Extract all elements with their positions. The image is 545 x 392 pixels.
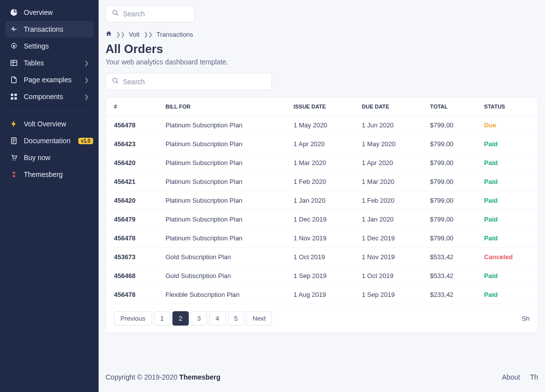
sidebar-item-label: Tables	[24, 59, 44, 67]
topbar	[99, 0, 545, 22]
table-header: DUE DATE	[354, 98, 422, 116]
svg-rect-6	[11, 97, 13, 100]
doc-icon	[10, 137, 18, 145]
page-subtitle: Your web analytics dashboard template.	[106, 58, 538, 66]
pagination-page-3[interactable]: 3	[191, 311, 207, 326]
cell-status: Paid	[476, 135, 538, 154]
footer-link-about[interactable]: About	[502, 373, 520, 381]
top-search-input[interactable]	[123, 10, 210, 18]
sidebar-item-components[interactable]: Components❯	[5, 88, 94, 105]
cell-due: 1 Dec 2019	[354, 229, 422, 248]
cell-total: $533,42	[422, 248, 476, 267]
table-row[interactable]: 456478Platinum Subscription Plan1 May 20…	[106, 116, 538, 135]
show-entries: Sh	[522, 315, 530, 322]
table-search-input[interactable]	[123, 78, 266, 86]
cell-bill: Platinum Subscription Plan	[158, 191, 285, 210]
table-row[interactable]: 456479Platinum Subscription Plan1 Dec 20…	[106, 210, 538, 229]
table-search[interactable]	[106, 73, 272, 90]
sidebar-item-volt-overview[interactable]: Volt Overview	[5, 115, 94, 132]
sidebar-item-themesberg[interactable]: Themesberg	[5, 166, 94, 183]
pagination-prev[interactable]: Previous	[114, 311, 152, 326]
cell-id: 456420	[106, 154, 158, 172]
cell-issue: 1 Mar 2020	[285, 154, 354, 172]
hand-icon	[10, 25, 18, 33]
home-icon[interactable]	[106, 30, 112, 38]
sidebar-item-label: Volt Overview	[24, 120, 66, 128]
sidebar-item-tables[interactable]: Tables❯	[5, 55, 94, 71]
file-icon	[10, 76, 18, 84]
cell-id: 456478	[106, 285, 158, 304]
chevron-right-icon: ❯❯	[116, 31, 125, 38]
svg-rect-7	[14, 97, 17, 100]
cell-total: $533,42	[422, 267, 476, 285]
cell-bill: Gold Subscription Plan	[158, 267, 285, 285]
table-header: #	[106, 98, 158, 116]
sidebar-item-label: Page examples	[24, 76, 72, 84]
cell-id: 453673	[106, 248, 158, 267]
table-row[interactable]: 456420Platinum Subscription Plan1 Jan 20…	[106, 191, 538, 210]
cell-bill: Platinum Subscription Plan	[158, 154, 285, 172]
sidebar-item-page-examples[interactable]: Page examples❯	[5, 71, 94, 88]
cell-issue: 1 Dec 2019	[285, 210, 354, 229]
cell-total: $799,00	[422, 135, 476, 154]
cell-due: 1 Jun 2020	[354, 116, 422, 135]
svg-point-12	[13, 160, 14, 161]
table-header: BILL FOR	[158, 98, 285, 116]
chevron-right-icon: ❯❯	[144, 31, 153, 38]
cell-issue: 1 Oct 2019	[285, 248, 354, 267]
sidebar-item-buy-now[interactable]: Buy now	[5, 149, 94, 166]
cell-due: 1 Jan 2020	[354, 210, 422, 229]
cell-issue: 1 Nov 2019	[285, 229, 354, 248]
footer-link-th[interactable]: Th	[530, 373, 538, 381]
footer-brand[interactable]: Themesberg	[179, 373, 220, 381]
table-header: STATUS	[476, 98, 538, 116]
cell-bill: Platinum Subscription Plan	[158, 135, 285, 154]
pagination-page-5[interactable]: 5	[228, 311, 244, 326]
sidebar-item-label: Buy now	[24, 154, 51, 162]
cell-status: Canceled	[476, 248, 538, 267]
sidebar-item-overview[interactable]: Overview	[5, 4, 94, 21]
sidebar-item-settings[interactable]: Settings	[5, 38, 94, 55]
cell-id: 456479	[106, 210, 158, 229]
pagination-page-2[interactable]: 2	[172, 311, 189, 326]
cell-status: Paid	[476, 229, 538, 248]
pagination: Previous12345Next	[114, 311, 272, 326]
page-title: All Orders	[106, 42, 538, 56]
pagination-page-4[interactable]: 4	[209, 311, 225, 326]
table-row[interactable]: 456478Flexible Subscription Plan1 Aug 20…	[106, 285, 538, 304]
table-row[interactable]: 456423Platinum Subscription Plan1 Apr 20…	[106, 135, 538, 154]
svg-rect-4	[11, 94, 13, 96]
cell-total: $799,00	[422, 229, 476, 248]
table-row[interactable]: 456478Platinum Subscription Plan1 Nov 20…	[106, 229, 538, 248]
chevron-right-icon: ❯	[84, 77, 89, 83]
breadcrumb-volt[interactable]: Volt	[129, 31, 140, 38]
cell-issue: 1 Feb 2020	[285, 172, 354, 191]
top-search[interactable]	[106, 5, 195, 22]
cell-due: 1 May 2020	[354, 135, 422, 154]
svg-line-17	[116, 82, 118, 84]
cell-due: 1 Sep 2019	[354, 285, 422, 304]
cell-id: 456468	[106, 267, 158, 285]
cell-issue: 1 May 2020	[285, 116, 354, 135]
table-row[interactable]: 456421Platinum Subscription Plan1 Feb 20…	[106, 172, 538, 191]
sidebar-item-transactions[interactable]: Transactions	[5, 21, 94, 38]
sidebar-item-label: Components	[24, 93, 63, 101]
table-row[interactable]: 456420Platinum Subscription Plan1 Mar 20…	[106, 154, 538, 172]
cell-status: Paid	[476, 210, 538, 229]
pagination-next[interactable]: Next	[246, 311, 272, 326]
sidebar-divider	[9, 110, 90, 111]
cell-total: $799,00	[422, 154, 476, 172]
cell-issue: 1 Aug 2019	[285, 285, 354, 304]
sidebar-item-label: Overview	[24, 8, 53, 16]
pagination-page-1[interactable]: 1	[154, 311, 170, 326]
sidebar-item-documentation[interactable]: Documentationv1.0	[5, 132, 94, 149]
cart-icon	[10, 154, 18, 162]
cell-status: Paid	[476, 267, 538, 285]
cell-total: $233,42	[422, 285, 476, 304]
sidebar-item-label: Settings	[24, 42, 49, 50]
blocks-icon	[10, 93, 18, 101]
table-row[interactable]: 453673Gold Subscription Plan1 Oct 20191 …	[106, 248, 538, 267]
cell-bill: Platinum Subscription Plan	[158, 172, 285, 191]
footer: Copyright © 2019-2020 Themesberg AboutTh	[99, 362, 545, 392]
table-row[interactable]: 456468Gold Subscription Plan1 Sep 20191 …	[106, 267, 538, 285]
